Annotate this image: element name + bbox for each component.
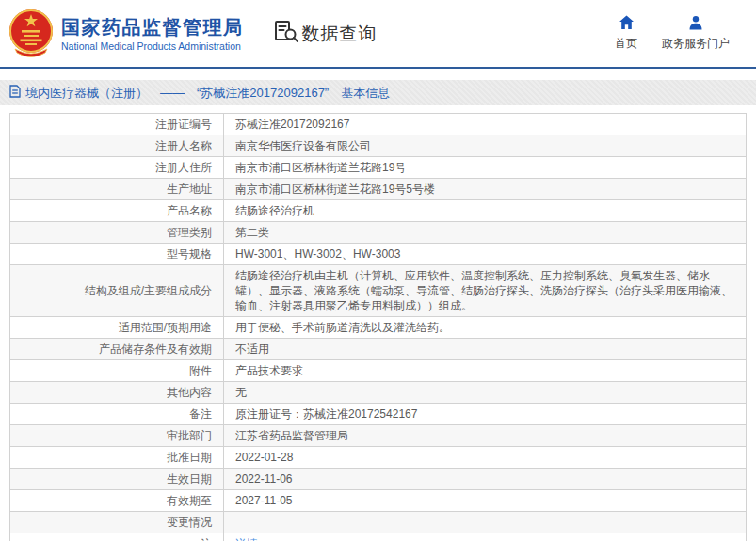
table-row: 型号规格HW-3001、HW-3002、HW-3003 — [10, 244, 747, 265]
row-value: 详情 — [224, 533, 747, 541]
row-label: 生产地址 — [10, 179, 224, 200]
table-row: 产品名称结肠途径治疗机 — [10, 200, 747, 222]
table-row: 其他内容无 — [10, 382, 747, 404]
row-label: 注册人名称 — [10, 135, 224, 157]
table-row: 审批部门江苏省药品监督管理局 — [10, 425, 747, 447]
nav-home[interactable]: 首页 — [615, 15, 637, 52]
row-value: 原注册证号：苏械注准20172542167 — [224, 404, 747, 425]
table-row: ●注详情 — [10, 533, 747, 541]
row-value: 江苏省药品监督管理局 — [224, 425, 747, 447]
home-icon — [619, 15, 635, 33]
site-logo[interactable]: 国家药品监督管理局 National Medical Products Admi… — [8, 7, 244, 61]
row-label: 产品储存条件及有效期 — [10, 339, 224, 360]
table-row: 生产地址南京市浦口区桥林街道兰花路19号5号楼 — [10, 179, 747, 200]
table-row: 结构及组成/主要组成成分结肠途径治疗机由主机（计算机、应用软件、温度控制系统、压… — [10, 265, 747, 317]
row-label: 有效期至 — [10, 490, 224, 512]
table-row: 注册人住所南京市浦口区桥林街道兰花路19号 — [10, 157, 747, 179]
row-value: 结肠途径治疗机 — [224, 200, 747, 222]
row-value: 南京华伟医疗设备有限公司 — [224, 135, 747, 157]
info-table-body: 注册证编号苏械注准20172092167注册人名称南京华伟医疗设备有限公司注册人… — [10, 114, 747, 541]
row-label: 审批部门 — [10, 425, 224, 447]
row-label: 备注 — [10, 404, 224, 425]
site-title-block: 国家药品监督管理局 National Medical Products Admi… — [61, 16, 244, 52]
table-row: 产品储存条件及有效期不适用 — [10, 339, 747, 360]
row-value: 南京市浦口区桥林街道兰花路19号5号楼 — [224, 179, 747, 200]
row-label: ●注 — [10, 533, 224, 541]
row-label: 其他内容 — [10, 382, 224, 404]
registration-info-table: 注册证编号苏械注准20172092167注册人名称南京华伟医疗设备有限公司注册人… — [9, 113, 747, 541]
user-icon — [688, 15, 703, 33]
table-row: 备注原注册证号：苏械注准20172542167 — [10, 404, 747, 425]
row-value: 2022-11-06 — [224, 469, 747, 490]
national-emblem-icon — [8, 7, 55, 61]
row-label: 附件 — [10, 360, 224, 382]
table-row: 生效日期2022-11-06 — [10, 469, 747, 490]
row-value: 第二类 — [224, 222, 747, 244]
row-label: 适用范围/预期用途 — [10, 317, 224, 339]
row-label: 注册证编号 — [10, 114, 224, 135]
row-value: 用于便秘、手术前肠道清洗以及灌洗给药。 — [224, 317, 747, 339]
row-value: 不适用 — [224, 339, 747, 360]
detail-link[interactable]: 详情 — [235, 537, 258, 541]
site-header: 国家药品监督管理局 National Medical Products Admi… — [0, 0, 756, 69]
row-label: 管理类别 — [10, 222, 224, 244]
table-row: 适用范围/预期用途用于便秘、手术前肠道清洗以及灌洗给药。 — [10, 317, 747, 339]
row-value: 2022-01-28 — [224, 447, 747, 469]
site-title: 国家药品监督管理局 — [61, 16, 244, 39]
breadcrumb-text: 境内医疗器械（注册） —— “苏械注准20172092167” 基本信息 — [25, 85, 390, 102]
row-value: 苏械注准20172092167 — [224, 114, 747, 135]
table-row: 附件产品技术要求 — [10, 360, 747, 382]
nav-home-label: 首页 — [615, 36, 637, 52]
row-label: 生效日期 — [10, 469, 224, 490]
header-nav: 首页 政务服务门户 — [615, 15, 730, 52]
row-value: 产品技术要求 — [224, 360, 747, 382]
table-row: 变更情况 — [10, 512, 747, 533]
row-value: 南京市浦口区桥林街道兰花路19号 — [224, 157, 747, 179]
row-value — [224, 512, 747, 533]
row-value: 2027-11-05 — [224, 490, 747, 512]
nav-gov-portal-label: 政务服务门户 — [662, 36, 730, 52]
data-query-link[interactable]: 数据查询 — [274, 20, 378, 47]
table-row: 注册证编号苏械注准20172092167 — [10, 114, 747, 135]
table-row: 管理类别第二类 — [10, 222, 747, 244]
row-label: 变更情况 — [10, 512, 224, 533]
row-value: 结肠途径治疗机由主机（计算机、应用软件、温度控制系统、压力控制系统、臭氧发生器、… — [224, 265, 747, 317]
row-label: 注册人住所 — [10, 157, 224, 179]
row-label: 型号规格 — [10, 244, 224, 265]
breadcrumb: 境内医疗器械（注册） —— “苏械注准20172092167” 基本信息 — [0, 80, 756, 105]
document-icon — [9, 85, 21, 102]
table-row: 批准日期2022-01-28 — [10, 447, 747, 469]
data-query-icon — [274, 20, 299, 47]
row-value: 无 — [224, 382, 747, 404]
row-label: 产品名称 — [10, 200, 224, 222]
row-label: 结构及组成/主要组成成分 — [10, 265, 224, 317]
nav-gov-portal[interactable]: 政务服务门户 — [662, 15, 730, 52]
table-row: 注册人名称南京华伟医疗设备有限公司 — [10, 135, 747, 157]
row-label: 批准日期 — [10, 447, 224, 469]
site-subtitle: National Medical Products Administration — [61, 40, 244, 52]
row-value: HW-3001、HW-3002、HW-3003 — [224, 244, 747, 265]
section-title: 数据查询 — [302, 22, 378, 46]
table-row: 有效期至2027-11-05 — [10, 490, 747, 512]
